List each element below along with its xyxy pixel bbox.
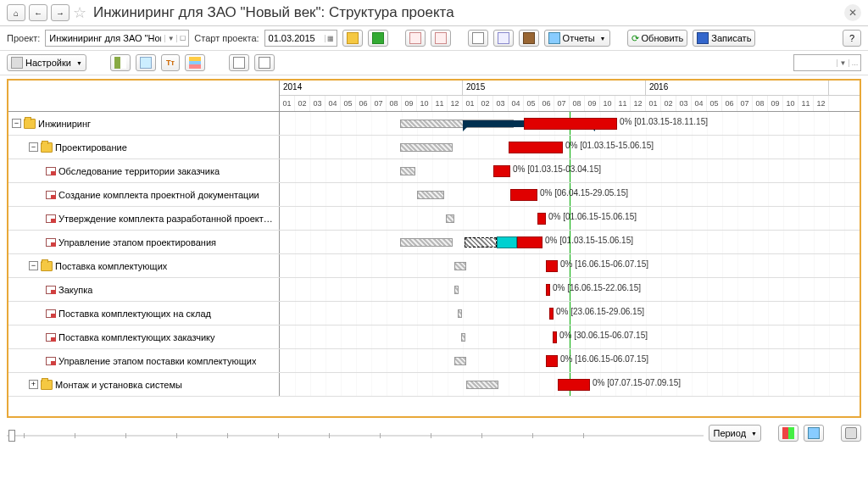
bar-cell[interactable]: 0% [06.04.15-29.05.15] [280,183,860,206]
gantt-bar[interactable]: 0% [01.06.15-15.06.15] [537,213,546,225]
expander-icon[interactable]: + [29,380,38,389]
add-green-button[interactable] [368,30,388,47]
tree-cell[interactable]: Закупка [8,278,280,301]
tree-cell[interactable]: Создание комплекта проектной документаци… [8,183,280,206]
zoom-slider[interactable] [7,425,704,442]
gantt-row[interactable]: Поставка комплектующих на склад0% [23.06… [8,302,860,325]
help-button[interactable]: ? [843,30,861,47]
gantt-bar[interactable] [454,262,466,270]
tree-cell[interactable]: −Инжиниринг [8,112,280,135]
expander-icon[interactable]: − [29,142,38,152]
gantt-row[interactable]: Обследование территории заказчика0% [01.… [8,159,860,183]
gantt-bar[interactable]: 0% [01.03.15-15.06.15] [517,236,542,248]
open-dialog-icon[interactable]: ☐ [176,35,188,42]
more-icon[interactable]: … [849,59,860,67]
gantt-bar[interactable] [466,381,498,389]
tree-cell[interactable]: Управление этапом проектирования [8,231,280,253]
gantt-bar[interactable] [454,286,459,294]
reports-button[interactable]: Отчеты▼ [544,30,610,47]
view2-button[interactable] [804,425,824,442]
tree-cell[interactable]: −Проектирование [8,136,280,159]
doc1-button[interactable] [405,30,426,47]
bar-cell[interactable]: 0% [16.06.15-06.07.15] [280,254,860,277]
forward-button[interactable]: → [51,4,70,21]
bar-cell[interactable]: 0% [01.03.15-15.06.15] [280,136,860,159]
gantt-bar[interactable] [454,357,466,365]
project-select[interactable]: ▼ ☐ [45,30,189,47]
right-combo[interactable]: ▼… [793,54,861,71]
gantt-bar[interactable]: 0% [16.06.15-06.07.15] [546,260,558,272]
gantt-row[interactable]: −Проектирование0% [01.03.15-15.06.15] [8,136,860,159]
expand-all-button[interactable] [229,54,249,71]
project-input[interactable] [46,31,164,46]
gantt-row[interactable]: Управление этапом проектирования0% [01.0… [8,231,860,254]
bar-cell[interactable]: 0% [01.03.15-03.04.15] [280,159,860,182]
gantt-bar[interactable]: 0% [16.06.15-06.07.15] [546,355,558,367]
gantt-body[interactable]: −Инжиниринг0% [01.03.15-18.11.15]−Проект… [8,112,860,416]
bar-cell[interactable]: 0% [07.07.15-07.09.15] [280,373,860,396]
period-button[interactable]: Период▼ [709,425,761,442]
close-button[interactable]: ✕ [844,4,861,21]
gantt-row[interactable]: −Инжиниринг0% [01.03.15-18.11.15] [8,112,860,136]
gantt-bar[interactable] [497,236,517,248]
gantt-bar[interactable]: 0% [30.06.15-06.07.15] [553,331,557,343]
start-date-field[interactable]: ▦ [264,30,337,47]
expander-icon[interactable]: − [29,261,38,270]
settings-button[interactable]: Настройки▼ [7,54,86,71]
book-button[interactable] [519,30,539,47]
gantt-bar[interactable] [446,214,454,223]
calendar-icon[interactable]: ▦ [325,35,337,42]
tree-cell[interactable]: Обследование территории заказчика [8,159,280,182]
gantt-row[interactable]: Утверждение комплекта разработанной прое… [8,207,860,231]
chart-button[interactable] [493,30,514,47]
gantt-row[interactable]: Создание комплекта проектной документаци… [8,183,860,207]
bar-cell[interactable]: 0% [01.03.15-15.06.15] [280,231,860,253]
refresh-button[interactable]: ⟳Обновить [627,30,688,47]
bar-cell[interactable]: 0% [16.06.15-22.06.15] [280,278,860,301]
gantt-bar[interactable]: 0% [01.03.15-03.04.15] [493,165,510,177]
home-button[interactable]: ⌂ [7,4,25,21]
print-button[interactable] [841,425,861,442]
text-button[interactable]: Tт [161,54,180,71]
tree-button[interactable] [110,54,131,71]
tree-cell[interactable]: +Монтаж и установка системы [8,373,280,396]
hierarchy-button[interactable] [185,54,205,71]
gantt-bar[interactable] [417,191,444,199]
edit-button[interactable] [468,30,488,47]
gantt-row[interactable]: Управление этапом поставки комплектующих… [8,349,860,373]
tree-cell[interactable]: Утверждение комплекта разработанной прое… [8,207,280,230]
gantt-row[interactable]: −Поставка комплектующих0% [16.06.15-06.0… [8,254,860,278]
bar-cell[interactable]: 0% [30.06.15-06.07.15] [280,325,860,348]
gantt-bar[interactable] [400,143,453,152]
expander-icon[interactable]: − [12,119,21,128]
gantt-bar[interactable]: 0% [01.03.15-15.06.15] [509,142,563,153]
chevron-down-icon[interactable]: ▼ [837,59,849,67]
collapse-button[interactable] [136,54,156,71]
bar-cell[interactable]: 0% [16.06.15-06.07.15] [280,349,860,372]
folder-open-button[interactable] [342,30,363,47]
gantt-row[interactable]: Закупка0% [16.06.15-22.06.15] [8,278,860,302]
bar-cell[interactable]: 0% [23.06.15-29.06.15] [280,302,860,325]
back-button[interactable]: ← [29,4,47,21]
gantt-bar[interactable]: 0% [07.07.15-07.09.15] [558,379,590,391]
gantt-bar[interactable]: 0% [01.03.15-18.11.15] [524,118,617,130]
bar-cell[interactable]: 0% [01.03.15-18.11.15] [280,112,860,135]
tree-cell[interactable]: Поставка комплектующих заказчику [8,325,280,348]
gantt-row[interactable]: +Монтаж и установка системы0% [07.07.15-… [8,373,860,397]
tree-cell[interactable]: Поставка комплектующих на склад [8,302,280,325]
right-combo-input[interactable] [794,55,837,70]
tree-cell[interactable]: Управление этапом поставки комплектующих [8,349,280,372]
slider-thumb[interactable] [8,430,15,442]
gantt-bar[interactable] [458,309,462,318]
view1-button[interactable] [778,425,798,442]
gantt-bar[interactable] [400,238,453,247]
chevron-down-icon[interactable]: ▼ [164,35,176,42]
collapse-all-button[interactable] [254,54,275,71]
gantt-bar[interactable] [461,333,465,342]
gantt-bar[interactable] [400,167,415,175]
gantt-bar[interactable]: 0% [16.06.15-22.06.15] [546,284,550,296]
gantt-bar[interactable]: 0% [06.04.15-29.05.15] [510,189,537,201]
gantt-bar[interactable] [465,237,497,248]
bar-cell[interactable]: 0% [01.06.15-15.06.15] [280,207,860,230]
gantt-bar[interactable]: 0% [23.06.15-29.06.15] [549,308,554,320]
